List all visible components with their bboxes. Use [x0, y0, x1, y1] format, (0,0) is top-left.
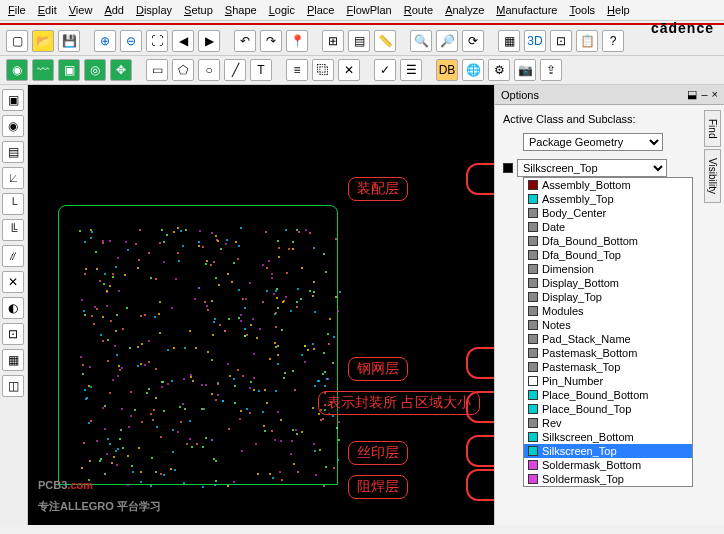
subclass-modules[interactable]: Modules — [524, 304, 692, 318]
3d-icon[interactable]: 3D — [524, 30, 546, 52]
route-icon[interactable]: 〰 — [32, 59, 54, 81]
vtool-10[interactable]: ⊡ — [2, 323, 24, 345]
sidetab-find[interactable]: Find — [704, 110, 721, 147]
zoom-out-icon[interactable]: ⊖ — [120, 30, 142, 52]
db-icon[interactable]: DB — [436, 59, 458, 81]
vtool-11[interactable]: ▦ — [2, 349, 24, 371]
subclass-pad_stack_name[interactable]: Pad_Stack_Name — [524, 332, 692, 346]
vtool-9[interactable]: ◐ — [2, 297, 24, 319]
grid-icon[interactable]: ⊞ — [322, 30, 344, 52]
subclass-rev[interactable]: Rev — [524, 416, 692, 430]
subclass-display_bottom[interactable]: Display_Bottom — [524, 276, 692, 290]
subclass-place_bound_top[interactable]: Place_Bound_Top — [524, 402, 692, 416]
menu-analyze[interactable]: Analyze — [445, 4, 484, 16]
shape-icon[interactable]: ▣ — [58, 59, 80, 81]
vtool-7[interactable]: ⫽ — [2, 245, 24, 267]
pin-panel-icon[interactable]: ⬓ — [687, 88, 697, 101]
menu-shape[interactable]: Shape — [225, 4, 257, 16]
subclass-soldermask_bottom[interactable]: Soldermask_Bottom — [524, 458, 692, 472]
place-icon[interactable]: ◉ — [6, 59, 28, 81]
menu-place[interactable]: Place — [307, 4, 335, 16]
menu-help[interactable]: Help — [607, 4, 630, 16]
menu-tools[interactable]: Tools — [569, 4, 595, 16]
subclass-notes[interactable]: Notes — [524, 318, 692, 332]
world-icon[interactable]: 🌐 — [462, 59, 484, 81]
pin-icon[interactable]: 📍 — [286, 30, 308, 52]
menu-edit[interactable]: Edit — [38, 4, 57, 16]
vtool-6[interactable]: ╚ — [2, 219, 24, 241]
via-icon[interactable]: ◎ — [84, 59, 106, 81]
search-icon[interactable]: 🔍 — [410, 30, 432, 52]
subclass-date[interactable]: Date — [524, 220, 692, 234]
text-icon[interactable]: T — [250, 59, 272, 81]
vtool-1[interactable]: ▣ — [2, 89, 24, 111]
rect-icon[interactable]: ▭ — [146, 59, 168, 81]
menu-flowplan[interactable]: FlowPlan — [346, 4, 391, 16]
zoom-sel-icon[interactable]: 🔎 — [436, 30, 458, 52]
subclass-place_bound_bottom[interactable]: Place_Bound_Bottom — [524, 388, 692, 402]
new-icon[interactable]: ▢ — [6, 30, 28, 52]
camera-icon[interactable]: 📷 — [514, 59, 536, 81]
ruler-icon[interactable]: 📏 — [374, 30, 396, 52]
subclass-dfa_bound_top[interactable]: Dfa_Bound_Top — [524, 248, 692, 262]
align-icon[interactable]: ≡ — [286, 59, 308, 81]
menu-route[interactable]: Route — [404, 4, 433, 16]
poly-icon[interactable]: ⬠ — [172, 59, 194, 81]
vtool-3[interactable]: ▤ — [2, 141, 24, 163]
vtool-4[interactable]: ⟀ — [2, 167, 24, 189]
subclass-silkscreen_top[interactable]: Silkscreen_Top — [524, 444, 692, 458]
net-icon[interactable]: ⊡ — [550, 30, 572, 52]
vtool-2[interactable]: ◉ — [2, 115, 24, 137]
zoom-next-icon[interactable]: ▶ — [198, 30, 220, 52]
undo-icon[interactable]: ↶ — [234, 30, 256, 52]
export-icon[interactable]: ⇪ — [540, 59, 562, 81]
subclass-soldermask_top[interactable]: Soldermask_Top — [524, 472, 692, 486]
layer-icon[interactable]: ▤ — [348, 30, 370, 52]
vtool-12[interactable]: ◫ — [2, 375, 24, 397]
subclass-pin_number[interactable]: Pin_Number — [524, 374, 692, 388]
minimize-panel-icon[interactable]: – — [701, 88, 707, 101]
subclass-display_top[interactable]: Display_Top — [524, 290, 692, 304]
subclass-silkscreen_bottom[interactable]: Silkscreen_Bottom — [524, 430, 692, 444]
subclass-assembly_top[interactable]: Assembly_Top — [524, 192, 692, 206]
subclass-pastemask_top[interactable]: Pastemask_Top — [524, 360, 692, 374]
subclass-pastemask_bottom[interactable]: Pastemask_Bottom — [524, 346, 692, 360]
vtool-8[interactable]: ✕ — [2, 271, 24, 293]
circle-icon[interactable]: ○ — [198, 59, 220, 81]
close-panel-icon[interactable]: × — [712, 88, 718, 101]
gear-icon[interactable]: ⚙ — [488, 59, 510, 81]
subclass-dimension[interactable]: Dimension — [524, 262, 692, 276]
zoom-fit-icon[interactable]: ⛶ — [146, 30, 168, 52]
subclass-select[interactable]: Silkscreen_Top — [517, 159, 667, 177]
line-icon[interactable]: ╱ — [224, 59, 246, 81]
display-icon[interactable]: ▦ — [498, 30, 520, 52]
drc-icon[interactable]: ✓ — [374, 59, 396, 81]
vtool-5[interactable]: └ — [2, 193, 24, 215]
subclass-body_center[interactable]: Body_Center — [524, 206, 692, 220]
delete-icon[interactable]: ✕ — [338, 59, 360, 81]
report-icon[interactable]: 📋 — [576, 30, 598, 52]
layers-icon[interactable]: ☰ — [400, 59, 422, 81]
subclass-list[interactable]: Assembly_BottomAssembly_TopBody_CenterDa… — [523, 177, 693, 487]
open-icon[interactable]: 📂 — [32, 30, 54, 52]
menu-file[interactable]: File — [8, 4, 26, 16]
class-select[interactable]: Package Geometry — [523, 133, 663, 151]
zoom-prev-icon[interactable]: ◀ — [172, 30, 194, 52]
menu-setup[interactable]: Setup — [184, 4, 213, 16]
subclass-dfa_bound_bottom[interactable]: Dfa_Bound_Bottom — [524, 234, 692, 248]
menu-logic[interactable]: Logic — [269, 4, 295, 16]
move-icon[interactable]: ✥ — [110, 59, 132, 81]
color-swatch[interactable] — [503, 163, 513, 173]
menu-add[interactable]: Add — [104, 4, 124, 16]
help-icon[interactable]: ? — [602, 30, 624, 52]
refresh-icon[interactable]: ⟳ — [462, 30, 484, 52]
save-icon[interactable]: 💾 — [58, 30, 80, 52]
redo-icon[interactable]: ↷ — [260, 30, 282, 52]
copy-icon[interactable]: ⿻ — [312, 59, 334, 81]
subclass-assembly_bottom[interactable]: Assembly_Bottom — [524, 178, 692, 192]
menu-display[interactable]: Display — [136, 4, 172, 16]
menu-view[interactable]: View — [69, 4, 93, 16]
sidetab-visibility[interactable]: Visibility — [704, 149, 721, 203]
menu-manufacture[interactable]: Manufacture — [496, 4, 557, 16]
zoom-in-icon[interactable]: ⊕ — [94, 30, 116, 52]
